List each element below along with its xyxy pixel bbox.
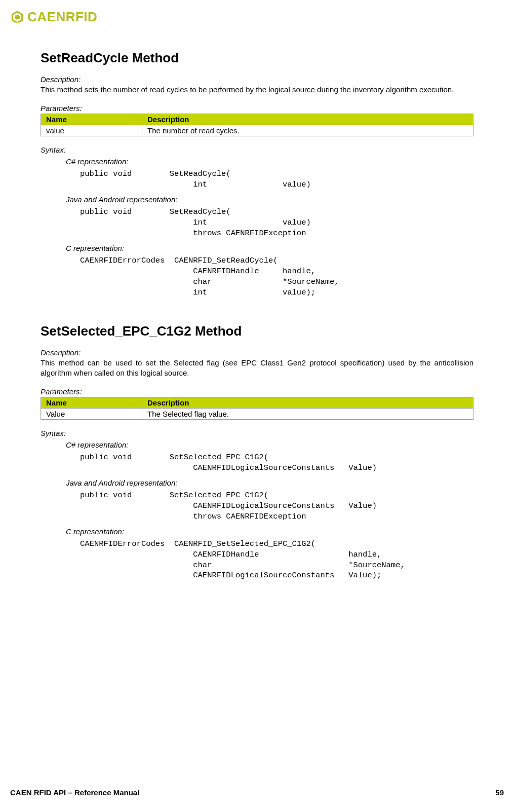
java-label: Java and Android representation:	[66, 478, 473, 487]
page-number: 59	[495, 788, 504, 797]
java-label: Java and Android representation:	[66, 195, 473, 204]
syntax-label: Syntax:	[41, 429, 473, 437]
java-code: public void SetSelected_EPC_C1G2( CAENRF…	[80, 490, 473, 522]
java-code: public void SetReadCycle( int value) thr…	[80, 207, 473, 239]
th-desc: Description	[142, 114, 473, 125]
method-title: SetSelected_EPC_C1G2 Method	[41, 323, 473, 339]
c-block: C representation: CAENRFIDErrorCodes CAE…	[66, 244, 473, 298]
table-row: Value The Selected flag value.	[41, 409, 473, 420]
logo-icon	[10, 10, 24, 24]
page-footer: CAEN RFID API – Reference Manual 59	[10, 788, 504, 802]
table-header-row: Name Description	[41, 397, 473, 409]
description-text: This method sets the number of read cycl…	[41, 85, 473, 95]
c-code: CAENRFIDErrorCodes CAENRFID_SetSelected_…	[80, 539, 473, 581]
csharp-block: C# representation: public void SetSelect…	[66, 440, 473, 473]
csharp-code: public void SetReadCycle( int value)	[80, 169, 473, 190]
description-text: This method can be used to set the Selec…	[41, 358, 473, 379]
method-setreadcycle: SetReadCycle Method Description: This me…	[41, 50, 473, 298]
c-label: C representation:	[66, 244, 473, 252]
method-setselected: SetSelected_EPC_C1G2 Method Description:…	[41, 323, 473, 581]
th-name: Name	[41, 114, 142, 125]
java-block: Java and Android representation: public …	[66, 478, 473, 522]
java-block: Java and Android representation: public …	[66, 195, 473, 239]
c-label: C representation:	[66, 527, 473, 536]
description-label: Description:	[41, 75, 473, 84]
csharp-label: C# representation:	[66, 157, 473, 166]
table-header-row: Name Description	[41, 114, 473, 125]
csharp-block: C# representation: public void SetReadCy…	[66, 157, 473, 190]
method-title: SetReadCycle Method	[41, 50, 473, 66]
syntax-label: Syntax:	[41, 145, 473, 154]
parameters-label: Parameters:	[41, 104, 473, 113]
th-desc: Description	[142, 397, 473, 409]
td-desc: The Selected flag value.	[142, 409, 473, 420]
svg-rect-3	[17, 19, 18, 23]
parameters-table: Name Description Value The Selected flag…	[41, 397, 473, 420]
logo-text: CAENRFID	[27, 9, 97, 25]
td-name: Value	[41, 409, 142, 420]
logo: CAENRFID	[10, 9, 504, 25]
td-desc: The number of read cycles.	[142, 125, 473, 136]
parameters-table: Name Description value The number of rea…	[41, 114, 473, 136]
table-row: value The number of read cycles.	[41, 125, 473, 136]
c-code: CAENRFIDErrorCodes CAENRFID_SetReadCycle…	[80, 255, 473, 298]
csharp-label: C# representation:	[66, 440, 473, 449]
th-name: Name	[41, 397, 142, 409]
td-name: value	[41, 125, 142, 136]
c-block: C representation: CAENRFIDErrorCodes CAE…	[66, 527, 473, 581]
content-area: SetReadCycle Method Description: This me…	[10, 50, 504, 788]
csharp-code: public void SetSelected_EPC_C1G2( CAENRF…	[80, 452, 473, 473]
footer-title: CAEN RFID API – Reference Manual	[10, 788, 139, 797]
parameters-label: Parameters:	[41, 387, 473, 396]
description-label: Description:	[41, 348, 473, 357]
